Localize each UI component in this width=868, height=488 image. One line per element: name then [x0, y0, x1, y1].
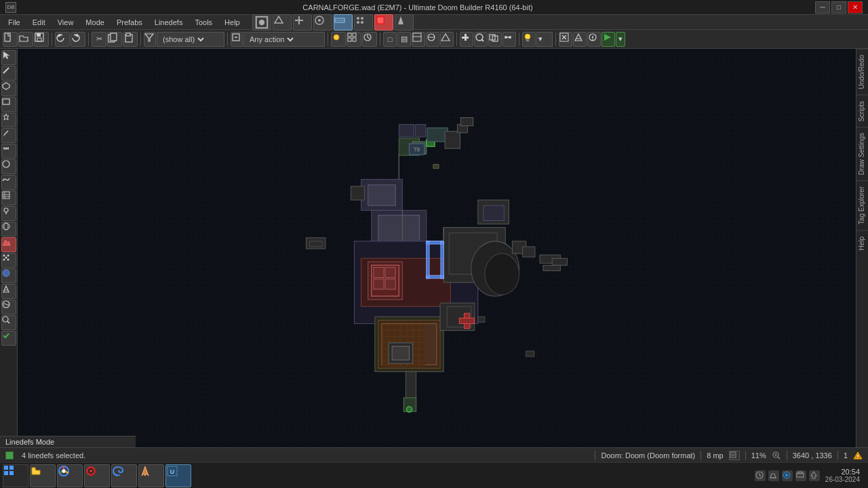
svg-rect-203	[478, 317, 485, 322]
systray-icon-2[interactable]	[768, 470, 779, 481]
systray-icon-5[interactable]	[809, 470, 820, 481]
tool-line[interactable]	[1, 66, 16, 81]
grid-button[interactable]	[347, 32, 361, 47]
menu-prefabs[interactable]: Prefabs	[111, 17, 148, 28]
task-chrome[interactable]	[57, 464, 83, 487]
tool-a[interactable]	[460, 32, 473, 47]
tool-rect[interactable]	[1, 97, 16, 112]
task-app3[interactable]	[84, 464, 110, 487]
brightness-button[interactable]	[331, 32, 346, 47]
start-button[interactable]	[3, 464, 28, 487]
tool-wave2[interactable]	[1, 300, 16, 314]
light-btn[interactable]	[522, 32, 536, 47]
menu-view[interactable]: View	[52, 17, 79, 28]
mode-btn-3[interactable]	[293, 14, 312, 30]
tool-c[interactable]	[488, 32, 502, 47]
menu-help[interactable]: Help	[219, 17, 245, 28]
task-edge[interactable]	[111, 464, 137, 487]
menu-edit[interactable]: Edit	[27, 17, 51, 28]
menu-linedefs[interactable]: Linedefs	[149, 17, 189, 28]
tool-mountain[interactable]	[1, 284, 16, 299]
tab-help[interactable]: Help	[856, 230, 868, 256]
extra-b[interactable]	[573, 32, 587, 47]
close-button[interactable]: ✕	[848, 1, 863, 14]
extra-c[interactable]	[587, 32, 601, 47]
tool-cursor[interactable]	[1, 50, 16, 65]
cut-button[interactable]: ✂	[92, 32, 106, 47]
view-btn-b[interactable]: ▤	[397, 32, 411, 47]
tool-d[interactable]	[502, 32, 516, 47]
action-dropdown[interactable]: Any action	[243, 32, 325, 47]
tool-star[interactable]	[1, 113, 16, 127]
action-select[interactable]: Any action	[247, 35, 296, 44]
tool-sphere[interactable]	[1, 222, 16, 237]
task-explorer[interactable]	[30, 464, 56, 487]
paste-button[interactable]	[123, 32, 138, 47]
status-indicator	[5, 451, 14, 460]
tool-sphere2[interactable]	[1, 268, 16, 283]
tool-terrain[interactable]	[1, 237, 16, 252]
tool-paint[interactable]	[1, 206, 16, 221]
mode-btn-4[interactable]	[313, 14, 332, 30]
tab-undoredo[interactable]: Undo/Redo	[856, 49, 868, 95]
mode-btn-5[interactable]	[334, 14, 353, 30]
light-dropdown[interactable]: ▾	[536, 32, 553, 47]
clock-date: 26-03-2024	[825, 476, 860, 483]
svg-marker-61	[3, 52, 9, 59]
systray-icon-4[interactable]	[795, 470, 806, 481]
menu-tools[interactable]: Tools	[189, 17, 218, 28]
sep-s4	[787, 451, 787, 460]
svg-rect-29	[348, 33, 351, 37]
save-button[interactable]	[34, 32, 49, 47]
mode-btn-2[interactable]	[273, 14, 292, 30]
open-button[interactable]	[18, 32, 33, 47]
tab-tagexplorer[interactable]: Tag Explorer	[856, 180, 868, 230]
things-button[interactable]	[362, 32, 377, 47]
task-udb[interactable]: U	[165, 464, 191, 487]
tool-polygon[interactable]	[1, 81, 16, 96]
tool-grid2[interactable]	[1, 190, 16, 205]
tool-check[interactable]	[1, 331, 16, 346]
tool-dots[interactable]	[1, 253, 16, 268]
app-icon: DB	[5, 2, 16, 13]
menu-mode[interactable]: Mode	[80, 17, 110, 28]
tab-drawsettings[interactable]: Draw Settings	[856, 127, 868, 180]
tool-b[interactable]	[474, 32, 488, 47]
copy-button[interactable]	[107, 32, 122, 47]
menu-file[interactable]: File	[3, 17, 26, 28]
mode-btn-6[interactable]	[354, 14, 373, 30]
main-area: T8	[0, 49, 868, 447]
tool-pencil[interactable]	[1, 128, 16, 143]
systray-icon-steam[interactable]	[782, 470, 793, 481]
task-app5[interactable]	[138, 464, 164, 487]
sep4	[227, 33, 228, 46]
mode-btn-8[interactable]	[395, 14, 414, 30]
filter-select[interactable]: (show all)	[160, 35, 206, 44]
tool-circle[interactable]	[1, 159, 16, 174]
mode-btn-1[interactable]	[252, 14, 271, 30]
warn-icon	[853, 451, 863, 460]
view-btn-d[interactable]	[426, 32, 439, 47]
new-button[interactable]	[3, 32, 18, 47]
svg-rect-145	[395, 337, 400, 342]
play-button[interactable]	[601, 32, 615, 47]
map-canvas-area[interactable]: T8	[18, 49, 856, 447]
map-svg[interactable]: T8	[18, 49, 856, 447]
undo-button[interactable]	[55, 32, 70, 47]
tab-scripts[interactable]: Scripts	[856, 95, 868, 127]
redo-button[interactable]	[71, 32, 85, 47]
extra-a[interactable]	[559, 32, 572, 47]
tool-wave[interactable]	[1, 175, 16, 190]
tool-ruler[interactable]	[1, 144, 16, 159]
minimize-button[interactable]: ─	[815, 1, 830, 14]
svg-rect-36	[413, 33, 421, 41]
restore-button[interactable]: □	[831, 1, 846, 14]
filter-dropdown[interactable]: (show all)	[157, 32, 224, 47]
tool-zoom[interactable]	[1, 315, 16, 330]
view-btn-e[interactable]	[440, 32, 454, 47]
play-dropdown[interactable]: ▾	[616, 32, 625, 47]
view-btn-a[interactable]: □	[383, 32, 397, 47]
mode-btn-7[interactable]	[374, 14, 393, 30]
view-btn-c[interactable]	[412, 32, 425, 47]
systray-icon-1[interactable]	[755, 470, 766, 481]
